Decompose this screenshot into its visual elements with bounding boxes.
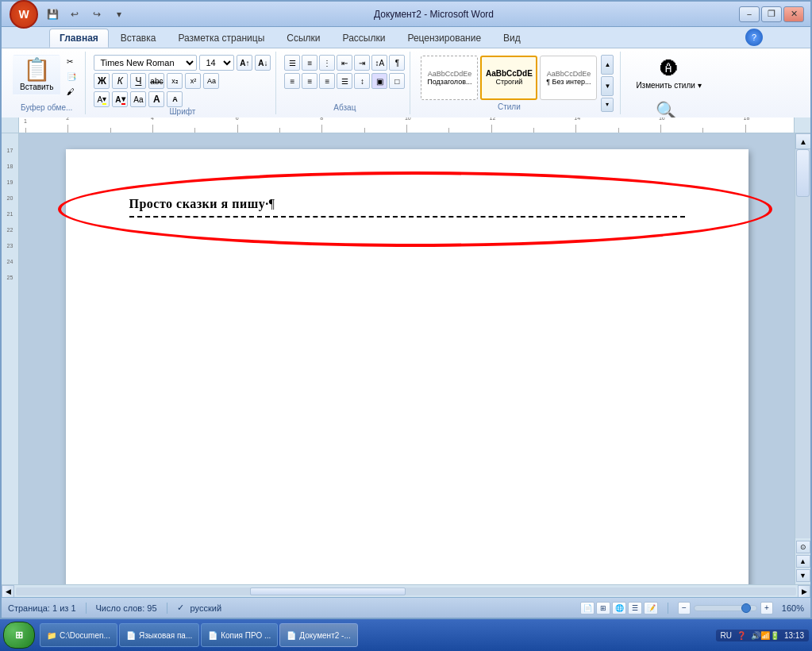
styles-scroll-up[interactable]: ▲: [601, 55, 614, 75]
bold-button[interactable]: Ж: [94, 73, 110, 89]
document-page[interactable]: Просто сказки я пишу·¶: [66, 149, 749, 584]
align-center-button[interactable]: ≡: [302, 73, 317, 89]
taskbar-copy-pro[interactable]: 📄 Копия ПРО ...: [201, 623, 278, 647]
justify-button[interactable]: ☰: [337, 73, 352, 89]
align-right-button[interactable]: ≡: [319, 73, 335, 89]
document-text[interactable]: Просто сказки я пишу·¶: [129, 197, 685, 218]
systray-icons: 🔊📶🔋: [751, 631, 779, 640]
qa-extra-button[interactable]: ▾: [110, 5, 129, 24]
multilevel-list-button[interactable]: ⋮: [319, 55, 335, 71]
subscript-button[interactable]: x₂: [167, 73, 183, 89]
styles-scroll-down[interactable]: ▼: [601, 76, 614, 96]
clear-format-button[interactable]: Aa: [203, 73, 219, 89]
font-name-select[interactable]: Times New Roman Arial Calibri: [94, 55, 197, 71]
language[interactable]: русский: [190, 603, 221, 613]
taskbar-right: RU ❓ 🔊📶🔋 13:13: [716, 630, 809, 641]
status-sep-2: [167, 603, 167, 614]
sort-button[interactable]: ↕A: [371, 55, 387, 71]
hscroll-left-button[interactable]: ◀: [2, 585, 14, 598]
scroll-thumb[interactable]: [796, 149, 810, 197]
font-color-button[interactable]: A▾: [112, 91, 128, 107]
windows-icon: ⊞: [15, 630, 23, 641]
line-spacing-button[interactable]: ↕: [354, 73, 370, 89]
tab-page-layout[interactable]: Разметка страницы: [167, 29, 275, 48]
taskbar-explorer[interactable]: 📁 C:\Documen...: [40, 623, 117, 647]
decrease-font-button[interactable]: A↓: [255, 55, 271, 71]
page-select-button[interactable]: ⊙: [796, 541, 810, 553]
tab-insert[interactable]: Вставка: [110, 29, 167, 48]
align-left-button[interactable]: ≡: [284, 73, 300, 89]
save-button[interactable]: 💾: [43, 5, 62, 24]
next-page-button[interactable]: ▼: [796, 569, 810, 582]
format-painter-button[interactable]: 🖌: [63, 85, 80, 98]
tab-mailings[interactable]: Рассылки: [333, 29, 396, 48]
copy-button[interactable]: 📑: [63, 70, 80, 83]
close-button[interactable]: ✕: [783, 6, 804, 22]
zoom-slider[interactable]: [694, 605, 757, 611]
lang-indicator[interactable]: RU: [721, 631, 732, 640]
style-strict[interactable]: AaBbCcDdE Строгий: [480, 56, 537, 100]
taskbar-document2[interactable]: 📄 Документ2 -...: [279, 623, 357, 647]
font-size-select[interactable]: 14 12 16 18: [199, 55, 234, 71]
hscroll-track[interactable]: [16, 587, 796, 595]
paste-label: Вставить: [20, 83, 53, 91]
view-fullscreen-button[interactable]: ⊞: [596, 602, 610, 614]
view-draft-button[interactable]: 📝: [644, 602, 658, 614]
zoom-out-button[interactable]: −: [678, 602, 691, 614]
start-button[interactable]: ⊞: [3, 622, 35, 649]
view-web-button[interactable]: 🌐: [612, 602, 626, 614]
scroll-up-button[interactable]: ▲: [795, 133, 810, 149]
bullets-button[interactable]: ☰: [284, 55, 300, 71]
zoom-in-button[interactable]: +: [760, 602, 773, 614]
view-print-button[interactable]: 📄: [580, 602, 595, 614]
change-case-button[interactable]: Аа: [130, 91, 146, 107]
tab-home[interactable]: Главная: [49, 29, 109, 48]
hscroll-thumb[interactable]: [250, 587, 406, 595]
tab-view[interactable]: Вид: [493, 29, 531, 48]
superscript-button[interactable]: x²: [185, 73, 201, 89]
font-size-aa-down[interactable]: А: [167, 91, 183, 107]
decrease-indent-button[interactable]: ⇤: [337, 55, 352, 71]
vertical-ruler: 17 18 19 20 21 22 23 24 25: [2, 133, 19, 584]
prev-page-button[interactable]: ▲: [796, 555, 810, 568]
highlight-button[interactable]: A▾: [94, 91, 110, 107]
hscroll-right-button[interactable]: ▶: [798, 585, 810, 598]
paragraph-group: ☰ ≡ ⋮ ⇤ ⇥ ↕A ¶ ≡ ≡ ≡ ☰ ↕ ▣: [279, 52, 410, 114]
cut-button[interactable]: ✂: [63, 55, 80, 68]
style-no-spacing[interactable]: AaBbCcDdEe ¶ Без интер...: [540, 56, 597, 100]
paste-button[interactable]: 📋 Вставить: [13, 55, 60, 95]
status-bar: Страница: 1 из 1 Число слов: 95 ✓ русски…: [2, 597, 810, 618]
document-area[interactable]: Просто сказки я пишу·¶: [19, 133, 795, 584]
zoom-level[interactable]: 160%: [776, 603, 804, 613]
increase-indent-button[interactable]: ⇥: [354, 55, 370, 71]
styles-scroll-open[interactable]: ▾: [601, 98, 614, 112]
explorer-icon: 📁: [47, 631, 56, 640]
change-styles-button[interactable]: 🅐 Изменить стили ▾: [629, 55, 708, 94]
strikethrough-button[interactable]: abc: [148, 73, 164, 89]
tab-review[interactable]: Рецензирование: [397, 29, 491, 48]
ribbon-tabs: Главная Вставка Разметка страницы Ссылки…: [2, 27, 810, 48]
shading-button[interactable]: ▣: [371, 73, 387, 89]
zoom-thumb[interactable]: [741, 603, 751, 613]
tab-references[interactable]: Ссылки: [276, 29, 330, 48]
style-subheading[interactable]: АaBbCcDdEe Подзаголов...: [421, 56, 478, 100]
italic-button[interactable]: К: [112, 73, 128, 89]
taskbar-language[interactable]: 📄 Языковая па...: [119, 623, 199, 647]
underline-button[interactable]: Ч: [130, 73, 146, 89]
spell-check-icon[interactable]: ✓: [177, 603, 184, 613]
borders-button[interactable]: □: [389, 73, 405, 89]
restore-button[interactable]: ❐: [761, 6, 782, 22]
show-paragraph-button[interactable]: ¶: [389, 55, 405, 71]
font-label: Шрифт: [169, 107, 195, 118]
undo-button[interactable]: ↩: [65, 5, 84, 24]
office-button[interactable]: W: [10, 0, 38, 29]
numbering-button[interactable]: ≡: [302, 55, 317, 71]
increase-font-button[interactable]: A↑: [237, 55, 252, 71]
redo-button[interactable]: ↪: [87, 5, 106, 24]
font-size-aa-up[interactable]: А: [148, 91, 164, 107]
scroll-track[interactable]: [795, 149, 810, 538]
view-outline-button[interactable]: ☰: [628, 602, 642, 614]
minimize-button[interactable]: −: [739, 6, 760, 22]
help-button[interactable]: ?: [745, 29, 763, 46]
copy-icon: 📑: [67, 72, 76, 81]
